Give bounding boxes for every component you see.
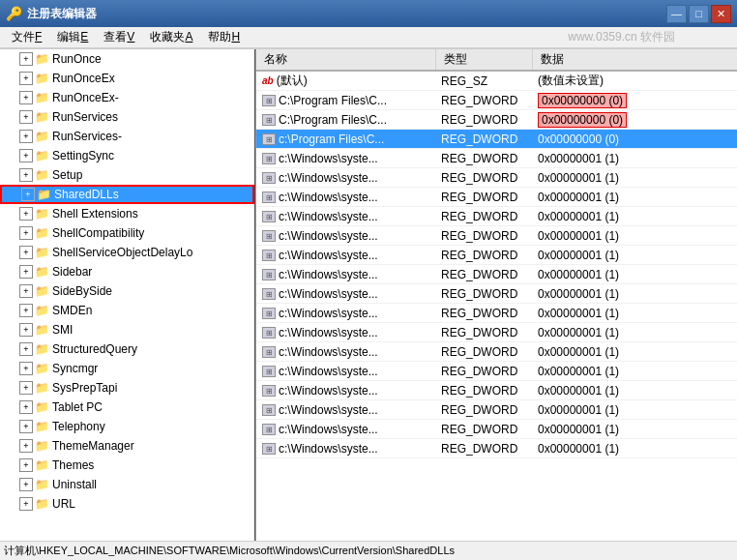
menu-item-file[interactable]: 文件F [4,27,49,47]
tree-item-thememanager[interactable]: + 📁 ThemeManager [0,436,254,456]
tree-label: RunOnceEx [52,72,115,85]
tree-item-url[interactable]: + 📁 URL [0,494,254,514]
cell-type: REG_DWORD [435,400,532,420]
table-row[interactable]: ⊞c:\Windows\syste...REG_DWORD0x00000001 … [256,188,737,207]
tree-item-runonceex[interactable]: + 📁 RunOnceEx [0,69,254,88]
table-row[interactable]: ⊞c:\Windows\syste...REG_DWORD0x00000001 … [256,439,737,458]
maximize-button[interactable]: □ [689,5,709,23]
folder-icon: 📁 [35,381,49,395]
table-row[interactable]: ⊞c:\Windows\syste...REG_DWORD0x00000001 … [256,381,737,400]
dword-icon: ⊞ [262,346,276,358]
table-row[interactable]: ⊞C:\Program Files\C...REG_DWORD0x0000000… [256,91,737,110]
table-row[interactable]: ⊞c:\Windows\syste...REG_DWORD0x00000001 … [256,207,737,226]
tree-item-syspreptapi[interactable]: + 📁 SysPrepTapi [0,378,254,398]
cell-data: 0x00000001 (1) [532,265,737,284]
table-row[interactable]: ab(默认)REG_SZ(数值未设置) [256,71,737,91]
cell-name: ⊞c:\Windows\syste... [256,362,435,381]
tree-label: Telephony [52,420,105,433]
tree-item-tabletpc[interactable]: + 📁 Tablet PC [0,398,254,417]
tree-item-shellservice[interactable]: + 📁 ShellServiceObjectDelayLo [0,243,254,262]
table-row[interactable]: ⊞c:\Windows\syste...REG_DWORD0x00000001 … [256,168,737,188]
tree-item-smden[interactable]: + 📁 SMDEn [0,301,254,320]
status-bar: 计算机\HKEY_LOCAL_MACHINE\SOFTWARE\Microsof… [0,541,737,560]
table-row[interactable]: ⊞c:\Windows\syste...REG_DWORD0x00000001 … [256,304,737,323]
table-row[interactable]: ⊞c:\Windows\syste...REG_DWORD0x00000001 … [256,400,737,420]
tree-item-runonceex2[interactable]: + 📁 RunOnceEx- [0,88,254,107]
table-row[interactable]: ⊞c:\Windows\syste...REG_DWORD0x00000001 … [256,362,737,381]
tree-item-shellext[interactable]: + 📁 Shell Extensions [0,204,254,223]
tree-item-runservices2[interactable]: + 📁 RunServices- [0,127,254,146]
folder-icon: 📁 [35,149,49,162]
folder-icon: 📁 [35,420,49,433]
expand-icon: + [19,149,33,162]
tree-item-shellcompat[interactable]: + 📁 ShellCompatibility [0,223,254,243]
expand-icon: + [19,72,33,85]
cell-name: ⊞c:\Windows\syste... [256,304,435,323]
menu-item-favorites[interactable]: 收藏夹A [142,27,200,47]
dword-icon: ⊞ [262,95,276,106]
close-button[interactable]: ✕ [711,5,731,23]
tree-label: ShellServiceObjectDelayLo [52,246,192,259]
cell-data: 0x00000000 (0) [532,130,737,149]
tree-item-smi[interactable]: + 📁 SMI [0,320,254,339]
expand-icon: + [19,458,33,472]
menu-item-view[interactable]: 查看V [96,27,142,47]
expand-icon: + [19,52,33,66]
cell-type: REG_DWORD [435,439,532,458]
cell-name: ⊞c:\Windows\syste... [256,149,435,168]
cell-data: 0x00000001 (1) [532,362,737,381]
tree-label: SettingSync [52,149,114,162]
cell-data: 0x00000001 (1) [532,149,737,168]
cell-data: 0x00000001 (1) [532,342,737,362]
tree-label: ThemeManager [52,439,134,453]
table-row[interactable]: ⊞c:\Windows\syste...REG_DWORD0x00000001 … [256,246,737,265]
tree-item-setup[interactable]: + 📁 Setup [0,165,254,185]
expand-icon: + [19,246,33,259]
expand-icon: + [19,130,33,143]
folder-icon: 📁 [35,168,49,182]
cell-data: 0x00000001 (1) [532,420,737,439]
cell-type: REG_DWORD [435,149,532,168]
table-row[interactable]: ⊞c:\Windows\syste...REG_DWORD0x00000001 … [256,226,737,246]
folder-icon-shareddlls: 📁 [37,188,51,201]
table-row[interactable]: ⊞c:\Windows\syste...REG_DWORD0x00000001 … [256,265,737,284]
tree-item-runonce[interactable]: + 📁 RunOnce [0,49,254,69]
dword-icon: ⊞ [262,114,276,126]
cell-type: REG_DWORD [435,284,532,304]
cell-data: 0x00000001 (1) [532,304,737,323]
tree-item-sidebyside[interactable]: + 📁 SideBySide [0,281,254,301]
tree-item-runservices[interactable]: + 📁 RunServices [0,107,254,127]
table-row[interactable]: ⊞c:\Windows\syste...REG_DWORD0x00000001 … [256,342,737,362]
menu-item-edit[interactable]: 编辑E [49,27,96,47]
tree-item-sidebar[interactable]: + 📁 Sidebar [0,262,254,281]
folder-icon: 📁 [35,110,49,124]
tree-label: SMDEn [52,304,92,317]
tree-item-structured[interactable]: + 📁 StructuredQuery [0,339,254,359]
cell-type: REG_DWORD [435,420,532,439]
folder-icon: 📁 [35,72,49,85]
tree-item-shareddlls[interactable]: + 📁 SharedDLLs [0,185,254,204]
folder-icon: 📁 [35,130,49,143]
tree-item-uninstall[interactable]: + 📁 Uninstall [0,475,254,494]
tree-item-settingsync[interactable]: + 📁 SettingSync [0,146,254,165]
dword-icon: ⊞ [262,230,276,242]
cell-data: 0x00000001 (1) [532,246,737,265]
tree-label: RunServices- [52,130,122,143]
dword-icon: ⊞ [262,385,276,397]
table-row[interactable]: ⊞c:\Windows\syste...REG_DWORD0x00000001 … [256,323,737,342]
table-row[interactable]: ⊞c:\Windows\syste...REG_DWORD0x00000001 … [256,284,737,304]
tree-item-themes[interactable]: + 📁 Themes [0,456,254,475]
title-icon: 🔑 [6,6,22,21]
tree-item-syncmgr[interactable]: + 📁 Syncmgr [0,359,254,378]
tree-item-telephony[interactable]: + 📁 Telephony [0,417,254,436]
menu-item-help[interactable]: 帮助H [200,27,248,47]
table-row[interactable]: ⊞c:\Program Files\C...REG_DWORD0x0000000… [256,130,737,149]
table-row[interactable]: ⊞C:\Program Files\C...REG_DWORD0x0000000… [256,110,737,130]
cell-name: ⊞C:\Program Files\C... [256,91,435,110]
table-row[interactable]: ⊞c:\Windows\syste...REG_DWORD0x00000001 … [256,149,737,168]
folder-icon: 📁 [35,458,49,472]
minimize-button[interactable]: — [666,5,687,23]
tree-pane[interactable]: + 📁 RunOnce + 📁 RunOnceEx + 📁 RunOnceEx-… [0,49,256,541]
table-row[interactable]: ⊞c:\Windows\syste...REG_DWORD0x00000001 … [256,420,737,439]
cell-type: REG_DWORD [435,265,532,284]
